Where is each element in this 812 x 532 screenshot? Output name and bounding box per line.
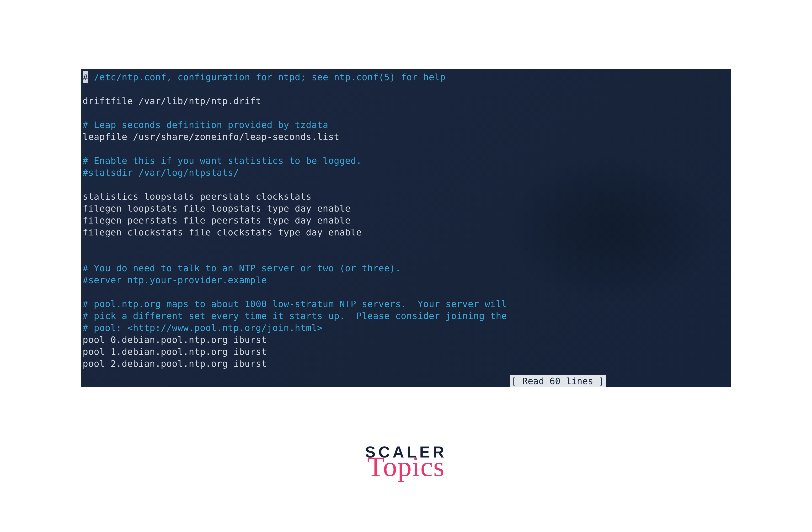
code-line[interactable]	[81, 238, 731, 250]
code-text: # You do need to talk to an NTP server o…	[83, 263, 401, 274]
code-text: statistics loopstats peerstats clockstat…	[83, 191, 311, 202]
branding-logo: SCALER Topics	[365, 444, 447, 478]
code-text: # Leap seconds definition provided by tz…	[83, 120, 328, 130]
brand-text-bottom: Topics	[365, 456, 447, 478]
code-line[interactable]: pool 1.debian.pool.ntp.org iburst	[81, 346, 731, 358]
code-line[interactable]: # pool: <http://www.pool.ntp.org/join.ht…	[81, 322, 731, 334]
file-content[interactable]: # /etc/ntp.conf, configuration for ntpd;…	[81, 69, 731, 370]
code-line[interactable]: # /etc/ntp.conf, configuration for ntpd;…	[81, 71, 731, 83]
code-line[interactable]: statistics loopstats peerstats clockstat…	[81, 191, 731, 203]
code-text: /etc/ntp.conf, configuration for ntpd; s…	[88, 72, 446, 83]
code-line[interactable]: # pick a different set every time it sta…	[81, 310, 731, 322]
code-text: #statsdir /var/log/ntpstats/	[83, 167, 239, 178]
code-line[interactable]: filegen clockstats file clockstats type …	[81, 226, 731, 238]
code-text: # Enable this if you want statistics to …	[83, 156, 362, 166]
cursor: #	[83, 71, 88, 83]
terminal-editor[interactable]: # /etc/ntp.conf, configuration for ntpd;…	[81, 69, 731, 387]
code-text: filegen loopstats file loopstats type da…	[83, 203, 351, 214]
code-line[interactable]	[81, 286, 731, 298]
code-line[interactable]: leapfile /usr/share/zoneinfo/leap-second…	[81, 131, 731, 143]
code-line[interactable]: pool 0.debian.pool.ntp.org iburst	[81, 334, 731, 346]
code-text: leapfile /usr/share/zoneinfo/leap-second…	[83, 132, 339, 142]
code-text: pool 0.debian.pool.ntp.org iburst	[83, 335, 267, 345]
code-text: driftfile /var/lib/ntp/ntp.drift	[83, 96, 261, 106]
code-text: pool 1.debian.pool.ntp.org iburst	[83, 346, 267, 357]
code-line[interactable]	[81, 107, 731, 119]
code-line[interactable]: #server ntp.your-provider.example	[81, 274, 731, 286]
code-line[interactable]: # Leap seconds definition provided by tz…	[81, 119, 731, 131]
code-line[interactable]: # pool.ntp.org maps to about 1000 low-st…	[81, 298, 731, 310]
code-text: # pool.ntp.org maps to about 1000 low-st…	[83, 299, 507, 309]
code-line[interactable]	[81, 143, 731, 155]
code-line[interactable]: pool 2.debian.pool.ntp.org iburst	[81, 358, 731, 370]
editor-status-bar: [ Read 60 lines ]	[510, 375, 606, 387]
code-text: # pool: <http://www.pool.ntp.org/join.ht…	[83, 323, 323, 333]
code-text: filegen peerstats file peerstats type da…	[83, 215, 351, 226]
code-line[interactable]: # Enable this if you want statistics to …	[81, 155, 731, 167]
code-text: # pick a different set every time it sta…	[83, 311, 507, 321]
code-text: #server ntp.your-provider.example	[83, 275, 267, 285]
code-line[interactable]	[81, 250, 731, 262]
code-line[interactable]: #statsdir /var/log/ntpstats/	[81, 167, 731, 179]
code-text: pool 2.debian.pool.ntp.org iburst	[83, 358, 267, 369]
code-line[interactable]: filegen peerstats file peerstats type da…	[81, 215, 731, 226]
code-line[interactable]	[81, 83, 731, 95]
code-line[interactable]	[81, 179, 731, 191]
page-card: # /etc/ntp.conf, configuration for ntpd;…	[0, 0, 812, 532]
code-line[interactable]: # You do need to talk to an NTP server o…	[81, 262, 731, 274]
code-line[interactable]: driftfile /var/lib/ntp/ntp.drift	[81, 95, 731, 107]
code-line[interactable]: filegen loopstats file loopstats type da…	[81, 203, 731, 215]
code-text: filegen clockstats file clockstats type …	[83, 227, 362, 238]
